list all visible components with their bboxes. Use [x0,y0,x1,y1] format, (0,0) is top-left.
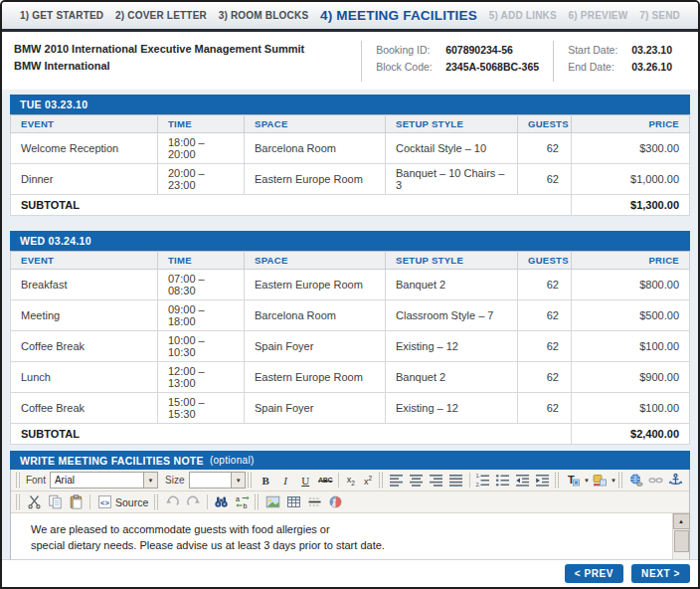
cell-guests: 62 [518,393,572,424]
align-right-icon[interactable] [427,471,446,490]
nav-step-cover-letter[interactable]: 2) COVER LETTER [115,10,207,21]
bulleted-list-icon[interactable] [493,471,513,490]
strikethrough-icon[interactable]: ABC [315,471,335,490]
numbered-list-icon[interactable]: 1.2. [473,471,493,490]
insert-image-icon[interactable] [262,492,283,511]
col-guests: GUESTS [518,252,572,270]
bold-icon[interactable]: B [256,471,275,490]
event-title-block: BMW 2010 International Executive Managem… [14,41,361,90]
toolbar-drag-handle[interactable] [154,494,158,509]
replace-icon[interactable]: ab [232,492,253,511]
justify-icon[interactable] [446,471,466,490]
nav-step-get-started[interactable]: 1) GET STARTED [20,10,103,21]
next-button[interactable]: NEXT > [631,564,690,583]
note-optional-label: (optional) [210,455,255,466]
toolbar-drag-handle[interactable] [16,494,20,509]
cell-space: Barcelona Room [245,133,386,164]
cell-event: Welcome Reception [11,133,158,164]
copy-icon[interactable] [45,492,66,511]
increase-indent-icon[interactable] [533,471,553,490]
chevron-down-icon[interactable]: ▼ [611,478,616,484]
remove-link-icon[interactable] [646,471,666,490]
decrease-indent-icon[interactable] [513,471,533,490]
size-select[interactable]: ▼ [189,472,247,489]
italic-glyph: I [283,475,287,487]
col-time: TIME [158,252,245,270]
cut-icon[interactable] [24,492,45,511]
svg-text:b: b [244,502,248,509]
horizontal-rule-icon[interactable] [304,492,325,511]
background-color-icon[interactable] [590,471,610,490]
cell-time: 10:00 – 10:30 [158,331,245,362]
toolbar-drag-handle[interactable] [255,494,259,509]
note-title: WRITE MEETING FACILITIES NOTE [20,455,204,467]
table-row: Coffee Break 15:00 – 15:30 Spain Foyer E… [11,393,690,424]
nav-step-meeting-facilities[interactable]: 4) MEETING FACILITIES [320,8,477,23]
align-left-icon[interactable] [387,471,407,490]
anchor-icon[interactable] [666,471,686,490]
cell-setup: Existing – 12 [386,331,518,362]
start-date-label: Start Date: [568,42,625,59]
note-text-area[interactable]: We are pleased to accommodate guests wit… [11,513,672,559]
step-nav: 1) GET STARTED 2) COVER LETTER 3) ROOM B… [2,2,698,32]
note-section: WRITE MEETING FACILITIES NOTE (optional)… [10,451,690,559]
svg-text:1.: 1. [476,473,481,479]
find-icon[interactable] [211,492,232,511]
toolbar-drag-handle[interactable] [379,473,383,488]
col-price: PRICE [572,115,690,133]
nav-step-preview[interactable]: 6) PREVIEW [569,10,628,21]
source-button[interactable]: <> Source [93,492,152,511]
cell-guests: 62 [518,270,572,300]
toolbar-drag-handle[interactable] [618,473,622,488]
align-center-icon[interactable] [407,471,427,490]
font-label: Font [26,475,46,486]
cell-space: Spain Foyer [245,331,386,362]
nav-step-room-blocks[interactable]: 3) ROOM BLOCKS [219,10,309,21]
cell-event: Breakfast [11,270,158,300]
cell-time: 15:00 – 15:30 [158,393,245,424]
cell-time: 09:00 – 18:00 [158,300,245,331]
company-name: BMW International [14,58,361,75]
table-row: Meeting 09:00 – 18:00 Barcelona Room Cla… [11,300,690,331]
cell-event: Lunch [11,362,158,393]
toolbar-drag-handle[interactable] [248,473,252,488]
paste-icon[interactable] [66,492,87,511]
vertical-scrollbar[interactable]: ▲ ▼ [672,513,689,559]
chevron-down-icon[interactable]: ▼ [231,473,245,488]
text-color-icon[interactable]: T [563,471,583,490]
special-character-icon[interactable] [325,492,346,511]
font-select[interactable]: Arial ▼ [50,472,158,489]
chevron-down-icon[interactable]: ▼ [143,473,157,488]
superscript-icon[interactable]: x2 [359,471,376,490]
scroll-up-icon[interactable]: ▲ [673,513,690,529]
insert-table-icon[interactable] [283,492,304,511]
table-row: Lunch 12:00 – 13:00 Eastern Europe Room … [11,362,690,393]
cell-setup: Cocktail Style – 10 [386,133,518,164]
nav-step-add-links[interactable]: 5) ADD LINKS [489,10,557,21]
cell-guests: 62 [518,164,572,195]
nav-step-send[interactable]: 7) SEND [639,10,680,21]
subscript-icon[interactable]: x2 [342,471,359,490]
cell-setup: Banquet 2 [386,270,518,300]
insert-link-icon[interactable] [626,471,646,490]
cell-space: Spain Foyer [245,393,386,424]
cell-guests: 62 [518,362,572,393]
day-header-bar: TUE 03.23.10 [10,95,690,114]
divider [207,494,208,509]
underline-icon[interactable]: U [295,471,315,490]
cell-price: $100.00 [572,331,690,362]
editor-toolbar-row-1: Font Arial ▼ Size ▼ B I U ABC [11,470,689,491]
note-text-line-1: We are pleased to accommodate guests wit… [31,522,662,538]
scrollbar-thumb[interactable] [674,530,689,552]
italic-icon[interactable]: I [275,471,295,490]
editor-body: We are pleased to accommodate guests wit… [11,513,689,559]
cell-space: Eastern Europe Room [245,362,386,393]
toolbar-drag-handle[interactable] [16,473,20,488]
booking-id-value: 607890234-56 [445,42,513,59]
start-date-value: 03.23.10 [631,42,672,59]
undo-icon[interactable] [162,492,183,511]
prev-button[interactable]: < PREV [565,564,623,583]
toolbar-drag-handle[interactable] [555,473,559,488]
redo-icon[interactable] [183,492,204,511]
table-row: Breakfast 07:00 – 08:30 Eastern Europe R… [11,270,690,300]
